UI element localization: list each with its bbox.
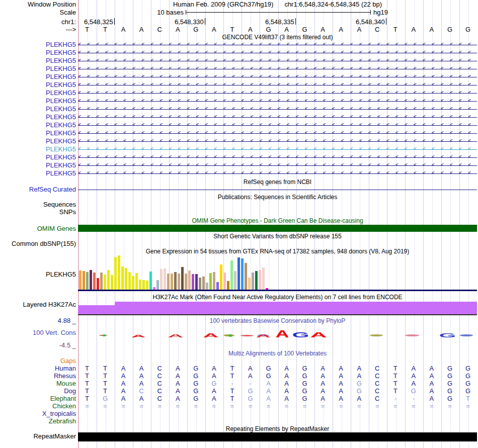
gene-row-label[interactable]: PLEKHG5 (46, 65, 76, 72)
sequence-base: A (205, 26, 223, 33)
sequence-base: A (132, 26, 150, 33)
alignment-base: = (78, 402, 96, 410)
repeatmasker-track-title[interactable]: Repeating Elements by RepeatMasker (78, 425, 477, 432)
refseq-gene-line[interactable] (78, 190, 477, 190)
phylop-logo-letter: G (292, 332, 309, 337)
snps-label[interactable]: SNPs (59, 208, 76, 216)
alignment-base: G (296, 395, 314, 402)
sequences-label[interactable]: Sequences (43, 201, 76, 208)
gene-strand-arrows[interactable]: <<<<<<<<<<<<<<<<<<<<<<<<<<<<<<<<<<<<<<<<… (78, 41, 477, 48)
gtex-tissue-bar (195, 274, 198, 290)
h3k27ac-track-title[interactable]: H3K27Ac Mark (Often Found Near Active Re… (78, 294, 477, 301)
gene-row-label[interactable]: PLEKHG5 (46, 97, 76, 105)
repeatmasker-label[interactable]: RepeatMasker (33, 432, 76, 440)
gene-strand-arrows[interactable]: <<<<<<<<<<<<<<<<<<<<<<<<<<<<<<<<<<<<<<<<… (78, 154, 477, 161)
alignment-base: G (205, 380, 223, 387)
alignment-base: T (223, 372, 241, 380)
omim-track-title[interactable]: OMIM Gene Phenotypes - Dark Green Can Be… (78, 217, 477, 224)
alignment-base: A (423, 365, 441, 372)
publications-track-title[interactable]: Publications: Sequences in Scientific Ar… (78, 194, 477, 201)
omim-genes-label[interactable]: OMIM Genes (37, 225, 76, 232)
h3k27ac-label[interactable]: Layered H3K27Ac (23, 301, 76, 308)
alignment-base: = (260, 402, 278, 410)
gene-strand-arrows[interactable]: <<<<<<<<<<<<<<<<<<<<<<<<<<<<<<<<<<<<<<<<… (78, 162, 477, 169)
species-label-rhesus[interactable]: Rhesus (54, 372, 76, 380)
gene-row-label[interactable]: PLEKHG5 (46, 105, 76, 113)
species-label-x_tropicalis[interactable]: X_tropicalis (42, 410, 76, 417)
phylop-track-title[interactable]: 100 vertebrates Basewise Conservation by… (78, 317, 477, 324)
refseq-track-title[interactable]: RefSeq genes from NCBI (78, 178, 477, 186)
gene-row-label[interactable]: PLEKHG5 (46, 57, 76, 64)
alignment-base: G (441, 395, 459, 402)
gene-row-label[interactable]: PLEKHG5 (46, 113, 76, 121)
gene-row-label[interactable]: PLEKHG5 (46, 49, 76, 56)
gene-row-label[interactable]: PLEKHG5 (46, 137, 76, 145)
alignment-base: A (241, 365, 259, 372)
gene-strand-arrows[interactable]: <<<<<<<<<<<<<<<<<<<<<<<<<<<<<<<<<<<<<<<<… (78, 89, 477, 97)
gene-row-label[interactable]: PLEKHG5 (46, 145, 76, 153)
alignment-base: = (241, 402, 259, 410)
alignment-base: T (96, 372, 114, 380)
gtex-tissue-bar (107, 270, 110, 290)
gene-strand-arrows[interactable]: <<<<<<<<<<<<<<<<<<<<<<<<<<<<<<<<<<<<<<<<… (78, 98, 477, 105)
gene-row-label[interactable]: PLEKHG5 (46, 153, 76, 161)
gene-row-label[interactable]: PLEKHG5 (46, 41, 76, 48)
gene-strand-arrows[interactable]: <<<<<<<<<<<<<<<<<<<<<<<<<<<<<<<<<<<<<<<<… (78, 65, 477, 72)
gene-strand-arrows[interactable]: <<<<<<<<<<<<<<<<<<<<<<<<<<<<<<<<<<<<<<<<… (78, 81, 477, 88)
species-label-elephant[interactable]: Elephant (50, 395, 76, 402)
refseq-curated-label[interactable]: RefSeq Curated (29, 186, 76, 193)
gene-strand-arrows[interactable]: <<<<<<<<<<<<<<<<<<<<<<<<<<<<<<<<<<<<<<<<… (78, 130, 477, 137)
gtex-tissue-bar (83, 271, 85, 290)
gene-row-label[interactable]: PLEKHG5 (46, 81, 76, 88)
omim-gene-bar[interactable] (78, 225, 477, 232)
alignment-base: G (350, 387, 368, 395)
dbsnp-track-title[interactable]: Short Genetic Variants from dbSNP releas… (78, 233, 477, 240)
gene-strand-arrows[interactable]: <<<<<<<<<<<<<<<<<<<<<<<<<<<<<<<<<<<<<<<<… (78, 138, 477, 145)
species-label-dog[interactable]: Dog (64, 387, 76, 395)
gene-strand-arrows[interactable]: <<<<<<<<<<<<<<<<<<<<<<<<<<<<<<<<<<<<<<<<… (78, 146, 477, 153)
gene-strand-arrows[interactable]: <<<<<<<<<<<<<<<<<<<<<<<<<<<<<<<<<<<<<<<<… (78, 49, 477, 56)
gene-strand-arrows[interactable]: <<<<<<<<<<<<<<<<<<<<<<<<<<<<<<<<<<<<<<<<… (78, 170, 477, 177)
species-label-zebrafish[interactable]: Zebrafish (49, 417, 76, 425)
gene-strand-arrows[interactable]: <<<<<<<<<<<<<<<<<<<<<<<<<<<<<<<<<<<<<<<<… (78, 122, 477, 129)
gtex-gene-label[interactable]: PLEKHG5 (46, 271, 76, 278)
gene-row-label[interactable]: PLEKHG5 (46, 169, 76, 177)
species-label-gaps[interactable]: Gaps (60, 357, 76, 365)
species-label-chicken[interactable]: Chicken (52, 402, 76, 410)
gene-strand-arrows[interactable]: <<<<<<<<<<<<<<<<<<<<<<<<<<<<<<<<<<<<<<<<… (78, 57, 477, 64)
ruler-tick-mark (386, 18, 386, 25)
gtex-tissue-bar (237, 257, 240, 290)
gene-row-label[interactable]: PLEKHG5 (46, 121, 76, 129)
gencode-track-title[interactable]: GENCODE V49lift37 (3 items filtered out) (78, 34, 477, 41)
common-dbsnp-label[interactable]: Common dbSNP(155) (12, 240, 76, 247)
gene-row-label[interactable]: PLEKHG5 (46, 129, 76, 137)
alignment-base: A (169, 395, 187, 402)
repeatmasker-bar[interactable] (78, 432, 477, 441)
gene-strand-arrows[interactable]: <<<<<<<<<<<<<<<<<<<<<<<<<<<<<<<<<<<<<<<<… (78, 73, 477, 80)
phylop-label[interactable]: 100 Vert. Cons (33, 329, 76, 336)
gtex-tissue-bar (230, 260, 233, 290)
alignment-base: G (350, 380, 368, 387)
gene-row-label[interactable]: PLEKHG5 (46, 73, 76, 80)
gene-row-label[interactable]: PLEKHG5 (46, 89, 76, 97)
gene-row-label[interactable]: PLEKHG5 (46, 161, 76, 169)
gtex-tissue-bar (160, 269, 163, 290)
multiz-track-title[interactable]: Multiz Alignments of 100 Vertebrates (78, 350, 477, 357)
species-label-mouse[interactable]: Mouse (56, 380, 76, 387)
alignment-base: A (314, 380, 332, 387)
alignment-base: G (296, 372, 314, 380)
species-label-human[interactable]: Human (55, 365, 76, 372)
alignment-base: A (332, 395, 350, 402)
alignment-base: A (114, 395, 132, 402)
gene-strand-arrows[interactable]: <<<<<<<<<<<<<<<<<<<<<<<<<<<<<<<<<<<<<<<<… (78, 114, 477, 121)
phylop-logo-dash (241, 335, 254, 336)
strand-label[interactable]: ---> (65, 26, 76, 33)
gtex-track-title[interactable]: Gene Expression in 54 tissues from GTEx … (78, 248, 477, 255)
phylop-logo-letter: A (203, 333, 218, 337)
gtex-tissue-bar (149, 272, 152, 290)
gtex-tissue-bar (86, 272, 89, 290)
alignment-base: A (350, 395, 368, 402)
alignment-base: A (241, 372, 259, 380)
gene-strand-arrows[interactable]: <<<<<<<<<<<<<<<<<<<<<<<<<<<<<<<<<<<<<<<<… (78, 106, 477, 113)
gtex-tissue-bar (185, 274, 187, 290)
